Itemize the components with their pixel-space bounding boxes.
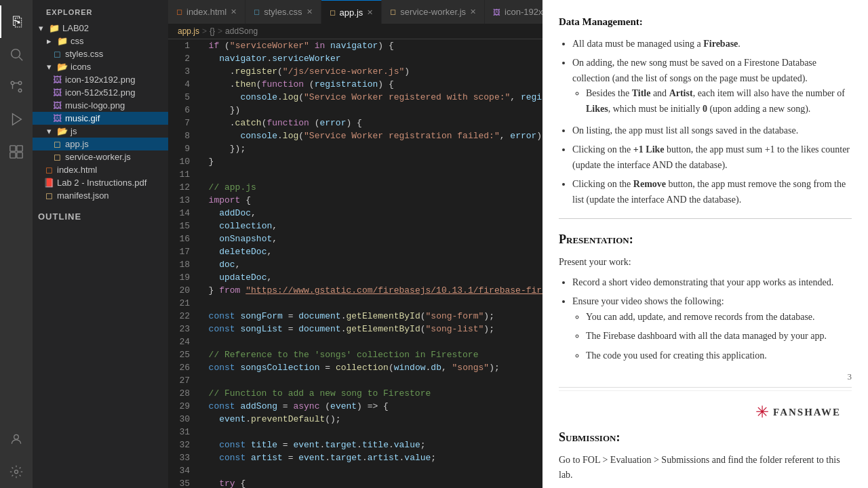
close-tab-icon[interactable]: ✕ xyxy=(367,8,373,17)
code-line: event.preventDefault(); xyxy=(198,413,542,426)
code-line xyxy=(198,426,542,439)
page-number: 3 xyxy=(559,370,852,384)
folder-icon: 📁 xyxy=(49,23,60,33)
svg-rect-9 xyxy=(17,152,22,158)
svg-point-3 xyxy=(18,89,22,92)
js-file-icon: ◻ xyxy=(390,7,396,16)
tab-app-js[interactable]: ◻ app.js ✕ xyxy=(321,0,382,24)
line-numbers: 1234 5678 9101112 13141516 17181920 2122… xyxy=(168,39,195,488)
code-line: console.log("Service Worker registration… xyxy=(198,129,542,142)
sidebar-item-styles-css[interactable]: ◻ styles.css xyxy=(33,47,168,60)
submission-heading: Submission: xyxy=(559,428,852,447)
sidebar-item-icon-512[interactable]: 🖼 icon-512x512.png xyxy=(33,86,168,99)
code-line: onSnapshot, xyxy=(198,232,542,245)
tab-styles-css[interactable]: ◻ styles.css ✕ xyxy=(245,0,321,24)
sidebar-item-css[interactable]: ▸ 📁 css xyxy=(33,35,168,47)
lab02-label: LAB02 xyxy=(62,23,89,33)
close-tab-icon[interactable]: ✕ xyxy=(470,7,476,16)
code-line: }); xyxy=(198,142,542,155)
code-line: collection, xyxy=(198,220,542,232)
debug-nav-icon[interactable] xyxy=(0,103,33,136)
sidebar-item-lab02[interactable]: ▾ 📁 LAB02 xyxy=(33,22,168,35)
tabs-bar: ◻ index.html ✕ ◻ styles.css ✕ ◻ app.js ✕… xyxy=(168,0,542,24)
list-item: All data must be managed using a Firebas… xyxy=(572,37,852,52)
sidebar-item-icon-192[interactable]: 🖼 icon-192x192.png xyxy=(33,73,168,86)
code-line: deleteDoc, xyxy=(198,245,542,258)
code-line: const songsCollection = collection(windo… xyxy=(198,361,542,374)
chevron-right-icon: ▸ xyxy=(43,36,54,46)
account-nav-icon[interactable] xyxy=(0,423,33,455)
data-management-list: All data must be managed using a Firebas… xyxy=(572,37,852,207)
doc-content: Data Management: All data must be manage… xyxy=(542,0,868,488)
svg-point-11 xyxy=(15,470,18,474)
list-item: Record a short video demonstrating that … xyxy=(572,275,852,290)
code-line: const songForm = document.getElementById… xyxy=(198,310,542,323)
svg-rect-7 xyxy=(17,146,22,151)
fanshawe-logo-icon: ✳ xyxy=(755,399,769,425)
code-line: } xyxy=(198,155,542,168)
music-gif-label: music.gif xyxy=(65,113,100,123)
list-item: Clicking on the +1 Like button, the app … xyxy=(572,142,852,173)
code-line: // Function to add a new song to Firesto… xyxy=(198,387,542,400)
search-nav-icon[interactable] xyxy=(0,38,33,70)
sidebar-item-index-html[interactable]: ◻ index.html xyxy=(33,163,168,176)
folder-open-icon: 📂 xyxy=(57,126,68,136)
extensions-nav-icon[interactable] xyxy=(0,136,33,168)
divider xyxy=(559,218,852,219)
chevron-down-icon: ▾ xyxy=(43,62,54,72)
code-line: .register("/js/service-worker.js") xyxy=(198,65,542,78)
code-content[interactable]: if ("serviceWorker" in navigator) { navi… xyxy=(195,39,542,488)
data-management-heading: Data Management: xyxy=(559,14,852,30)
sidebar-item-music-gif[interactable]: 🖼 music.gif xyxy=(33,112,168,125)
code-line: }) xyxy=(198,104,542,117)
svg-point-10 xyxy=(14,434,19,439)
sidebar: EXPLORER ▾ 📁 LAB02 ▸ 📁 css ◻ styles.css … xyxy=(33,0,168,488)
sidebar-item-lab2-pdf[interactable]: 📕 Lab 2 - Instructions.pdf xyxy=(33,176,168,189)
explorer-nav-icon[interactable]: ⎘ xyxy=(0,5,33,38)
sidebar-item-music-logo[interactable]: 🖼 music-logo.png xyxy=(33,99,168,112)
code-line xyxy=(198,168,542,181)
code-line: updateDoc, xyxy=(198,271,542,284)
code-editor[interactable]: 1234 5678 9101112 13141516 17181920 2122… xyxy=(168,39,542,488)
sidebar-item-service-worker[interactable]: ◻ service-worker.js xyxy=(33,150,168,163)
code-line xyxy=(198,297,542,310)
code-line: // app.js xyxy=(198,181,542,194)
list-item: The code you used for creating this appl… xyxy=(586,348,852,363)
tab-icon-img[interactable]: 🖼 icon-192x192 🖼 ✕ xyxy=(485,0,542,24)
list-item: Clicking on the Remove button, the app m… xyxy=(572,177,852,207)
activity-bar: ⎘ xyxy=(0,0,33,488)
code-line: const title = event.target.title.value; xyxy=(198,439,542,451)
list-item: You can add, update, and remove records … xyxy=(586,310,852,325)
fanshawe-logo-text: FANSHAWE xyxy=(773,404,841,420)
fanshawe-logo-area: ✳ FANSHAWE xyxy=(559,390,852,428)
code-line: } from "https://www.gstatic.com/firebase… xyxy=(198,284,542,297)
close-tab-icon[interactable]: ✕ xyxy=(231,7,237,16)
code-line: const addSong = async (event) => { xyxy=(198,400,542,413)
sidebar-outline-header[interactable]: OUTLINE xyxy=(33,210,168,223)
right-panel: Data Management: All data must be manage… xyxy=(542,0,868,488)
editor-area: ◻ index.html ✕ ◻ styles.css ✕ ◻ app.js ✕… xyxy=(168,0,542,488)
svg-line-1 xyxy=(19,57,22,60)
code-line: .then(function (registration) { xyxy=(198,78,542,91)
sidebar-item-icons[interactable]: ▾ 📂 icons xyxy=(33,60,168,73)
js-file-icon: ◻ xyxy=(330,8,336,17)
tab-index-html[interactable]: ◻ index.html ✕ xyxy=(168,0,245,24)
close-tab-icon[interactable]: ✕ xyxy=(307,7,313,16)
code-line: .catch(function (error) { xyxy=(198,117,542,129)
list-item: Ensure your video shows the following: Y… xyxy=(572,294,852,363)
tab-service-worker[interactable]: ◻ service-worker.js ✕ xyxy=(382,0,485,24)
sidebar-item-manifest[interactable]: ◻ manifest.json xyxy=(33,189,168,202)
svg-marker-5 xyxy=(13,114,22,125)
sidebar-item-js[interactable]: ▾ 📂 js xyxy=(33,125,168,138)
sidebar-tree: ▾ 📁 LAB02 ▸ 📁 css ◻ styles.css ▾ 📂 icons… xyxy=(33,22,168,488)
list-item: The Firebase dashboard with all the data… xyxy=(586,329,852,344)
settings-nav-icon[interactable] xyxy=(0,455,33,488)
folder-icon: 📁 xyxy=(57,36,68,46)
source-control-nav-icon[interactable] xyxy=(0,70,33,103)
html-file-icon: ◻ xyxy=(176,7,182,16)
sidebar-title: EXPLORER xyxy=(33,0,168,22)
code-line: const artist = event.target.artist.value… xyxy=(198,451,542,464)
sidebar-item-app-js[interactable]: ◻ app.js xyxy=(33,138,168,150)
list-item: Besides the Title and Artist, each item … xyxy=(586,86,852,117)
img-file-icon: 🖼 xyxy=(493,8,500,16)
